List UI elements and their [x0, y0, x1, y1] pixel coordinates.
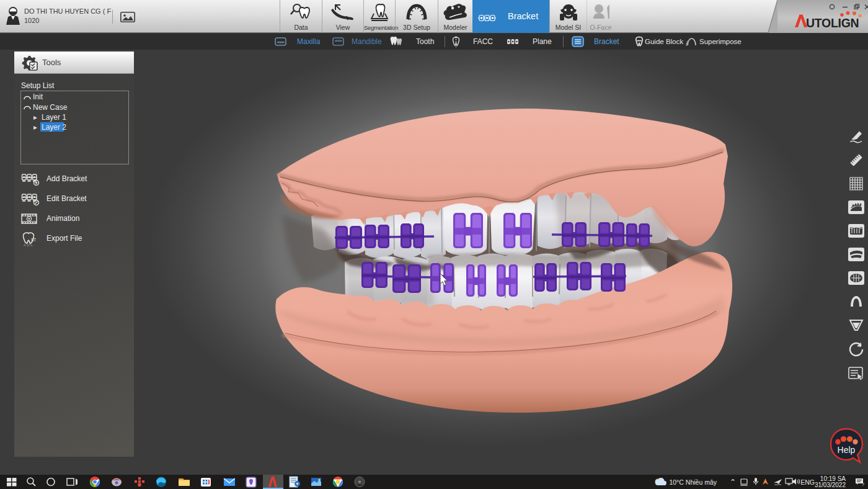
svg-text:?: ? — [862, 482, 864, 487]
svg-text:ST: ST — [31, 238, 36, 242]
svg-text:Help: Help — [838, 445, 856, 455]
svg-text:A STL: A STL — [24, 243, 33, 247]
svg-text:UTOLIGN: UTOLIGN — [806, 16, 859, 30]
